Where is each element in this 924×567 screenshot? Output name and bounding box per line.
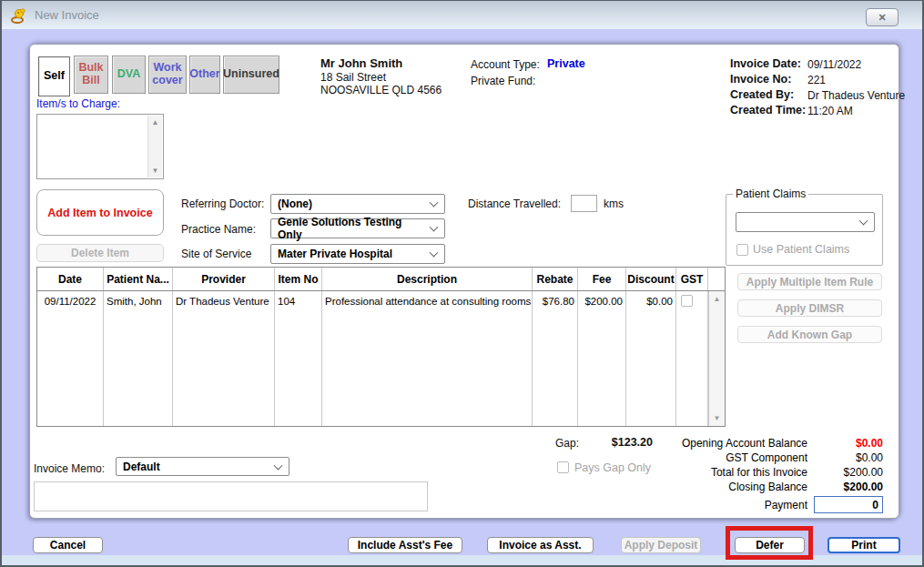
chevron-down-icon (430, 223, 439, 232)
column-header-date[interactable]: Date (37, 268, 104, 290)
invoice-items-table: Date Patient Na... Provider Item No Desc… (36, 267, 726, 427)
invoice-date-value: 09/11/2022 (807, 58, 861, 71)
patient-address-line1: 18 Sail Street (320, 71, 386, 84)
column-header-rebate[interactable]: Rebate (533, 268, 578, 290)
scroll-up-icon[interactable]: ▲ (148, 118, 162, 127)
patient-name: Mr John Smith (320, 56, 402, 70)
distance-travelled-input[interactable] (571, 195, 597, 212)
window-bottom-frame (2, 555, 922, 565)
table-empty-cell (37, 311, 104, 426)
account-type-label: Account Type: (471, 58, 540, 71)
table-header-divider (37, 290, 725, 291)
total-invoice-label: Total for this Invoice (644, 466, 807, 479)
column-header-gst[interactable]: GST (676, 268, 708, 290)
apply-multiple-item-rule-button[interactable]: Apply Multiple Item Rule (737, 273, 882, 290)
table-empty-cell (676, 311, 708, 426)
chevron-down-icon (274, 461, 283, 470)
tab-other[interactable]: Other (189, 56, 220, 94)
table-empty-cell (578, 311, 626, 426)
table-empty-cell (533, 311, 578, 426)
distance-travelled-label: Distance Travelled: (468, 197, 561, 210)
close-button[interactable]: ✕ (866, 8, 899, 26)
practice-name-label: Practice Name: (181, 223, 256, 236)
add-known-gap-button[interactable]: Add Known Gap (737, 326, 882, 343)
referring-doctor-label: Referring Doctor: (181, 197, 264, 210)
defer-button[interactable]: Defer (735, 537, 805, 553)
delete-item-button[interactable]: Delete Item (36, 244, 164, 262)
invoice-memo-textarea[interactable] (34, 481, 428, 511)
chevron-down-icon (430, 198, 439, 208)
payment-label: Payment (644, 499, 807, 511)
patient-claims-group-label: Patient Claims (733, 187, 808, 200)
invoice-no-label: Invoice No: (730, 73, 791, 86)
add-item-to-invoice-button[interactable]: Add Item to Invoice (36, 189, 164, 236)
payment-input[interactable]: 0 (814, 496, 883, 513)
column-header-description[interactable]: Description (322, 268, 533, 290)
cancel-button[interactable]: Cancel (33, 537, 103, 553)
row-discount-cell[interactable]: $0.00 (626, 290, 676, 311)
column-header-patient[interactable]: Patient Na... (104, 268, 173, 290)
account-type-value: Private (547, 57, 585, 70)
invoice-as-asst-button[interactable]: Invoice as Asst. (487, 537, 594, 553)
closing-balance-label: Closing Balance (644, 481, 807, 493)
apply-deposit-button[interactable]: Apply Deposit (621, 537, 701, 553)
close-icon: ✕ (878, 12, 886, 24)
chevron-down-icon (430, 248, 439, 258)
column-header-discount[interactable]: Discount (626, 268, 676, 290)
table-empty-cell (626, 311, 676, 426)
table-scrollbar[interactable]: ▲ ▼ (708, 291, 725, 426)
gst-component-label: GST Component (644, 451, 807, 464)
tab-self[interactable]: Self (38, 56, 70, 96)
listbox-scrollbar[interactable]: ▲ ▼ (147, 116, 162, 177)
created-time-value: 11:20 AM (807, 105, 853, 117)
practice-name-select[interactable]: Genie Solutions Testing Only (270, 218, 445, 238)
scroll-down-icon[interactable]: ▼ (709, 414, 725, 422)
row-patient-cell[interactable]: Smith, John (104, 290, 173, 311)
chevron-down-icon (859, 217, 868, 226)
use-patient-claims-label: Use Patient Claims (753, 243, 849, 256)
column-header-fee[interactable]: Fee (578, 268, 626, 290)
apply-dimsr-button[interactable]: Apply DIMSR (737, 299, 882, 317)
print-button[interactable]: Print (828, 537, 900, 553)
gst-checkbox[interactable] (681, 295, 693, 307)
invoice-memo-select[interactable]: Default (116, 457, 289, 476)
window-title: New Invoice (35, 8, 99, 22)
table-empty-cell (322, 311, 533, 426)
pays-gap-only-checkbox[interactable] (557, 461, 569, 473)
titlebar[interactable]: New Invoice ✕ (2, 1, 922, 29)
total-invoice-value: $200.00 (801, 466, 883, 479)
patient-claims-select[interactable] (736, 212, 875, 232)
patient-claims-group: Patient Claims Use Patient Claims (726, 194, 883, 266)
column-header-item-no[interactable]: Item No (275, 268, 322, 290)
row-rebate-cell[interactable]: $76.80 (533, 290, 578, 311)
created-by-label: Created By: (730, 88, 794, 101)
table-empty-cell (275, 311, 322, 426)
row-date-cell[interactable]: 09/11/2022 (37, 290, 104, 311)
row-fee-cell[interactable]: $200.00 (578, 290, 626, 311)
tab-work-cover[interactable]: Work cover (148, 56, 187, 94)
invoice-memo-label: Invoice Memo: (34, 462, 105, 475)
items-to-charge-listbox[interactable]: ▲ ▼ (36, 114, 164, 179)
new-invoice-window: New Invoice ✕ Self Bulk Bill DVA Work co… (0, 0, 924, 567)
genie-app-icon (11, 7, 27, 24)
patient-address-line2: NOOSAVILLE QLD 4566 (320, 84, 442, 96)
row-item-no-cell[interactable]: 104 (275, 290, 322, 311)
include-assts-fee-button[interactable]: Include Asst's Fee (348, 537, 462, 553)
items-to-charge-label: Item/s to Charge: (36, 97, 120, 110)
use-patient-claims-checkbox[interactable] (736, 244, 748, 256)
scroll-down-icon[interactable]: ▼ (148, 167, 162, 175)
tab-dva[interactable]: DVA (112, 56, 146, 94)
scroll-up-icon[interactable]: ▲ (709, 295, 725, 303)
table-empty-cell (173, 311, 275, 426)
opening-balance-label: Opening Account Balance (644, 437, 807, 450)
row-provider-cell[interactable]: Dr Thadeus Venture (173, 290, 275, 311)
site-of-service-select[interactable]: Mater Private Hospital (270, 244, 445, 264)
distance-unit-label: kms (604, 197, 624, 210)
invoice-date-label: Invoice Date: (730, 57, 801, 70)
referring-doctor-select[interactable]: (None) (270, 194, 445, 214)
tab-uninsured[interactable]: Uninsured (223, 56, 279, 94)
row-description-cell[interactable]: Professional attendance at consulting ro… (322, 290, 533, 311)
tab-bulk-bill[interactable]: Bulk Bill (74, 56, 108, 94)
column-header-provider[interactable]: Provider (173, 268, 275, 290)
pays-gap-only-label: Pays Gap Only (574, 461, 651, 474)
